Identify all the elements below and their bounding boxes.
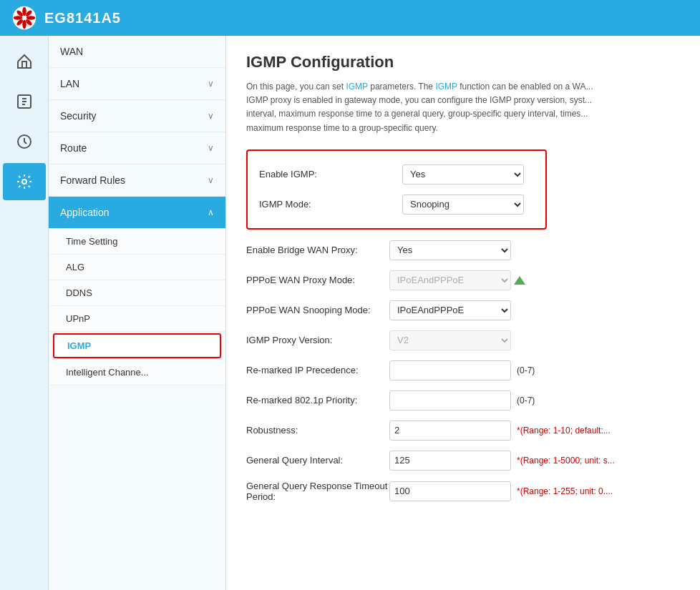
igmp-link: IGMP bbox=[346, 82, 367, 92]
form-row-enable-igmp: Enable IGMP: Yes No bbox=[259, 159, 534, 190]
nav-sub-item-igmp[interactable]: IGMP bbox=[53, 333, 221, 358]
icon-sidebar bbox=[0, 36, 49, 590]
svg-point-11 bbox=[22, 180, 26, 184]
igmp-link2: IGMP bbox=[435, 82, 457, 92]
form-row-802-priority: Re-marked 802.1p Priority: (0-7) bbox=[246, 385, 680, 416]
igmp-mode-select[interactable]: Snooping Proxy bbox=[402, 195, 524, 215]
cursor-icon bbox=[514, 276, 525, 285]
pppoe-snooping-label: PPPoE WAN Snooping Mode: bbox=[246, 305, 389, 315]
page-description: On this page, you can set IGMP parameter… bbox=[246, 80, 647, 135]
802-priority-label: Re-marked 802.1p Priority: bbox=[246, 395, 389, 405]
enable-igmp-select[interactable]: Yes No bbox=[402, 164, 524, 185]
general-query-interval-hint: *(Range: 1-5000; unit: s... bbox=[517, 456, 615, 466]
form-row-igmp-mode: IGMP Mode: Snooping Proxy bbox=[259, 190, 534, 220]
general-query-interval-input[interactable] bbox=[389, 451, 511, 471]
form-row-robustness: Robustness: *(Range: 1-10; default:... bbox=[246, 416, 680, 446]
nav-item-wan[interactable]: WAN bbox=[49, 36, 225, 68]
form-row-pppoe-snooping: PPPoE WAN Snooping Mode: IPoEAndPPPoE IP… bbox=[246, 295, 680, 325]
svg-point-2 bbox=[22, 20, 26, 29]
header: EG8141A5 bbox=[0, 0, 700, 36]
robustness-label: Robustness: bbox=[246, 425, 389, 436]
general-query-timeout-input[interactable] bbox=[389, 481, 511, 501]
chevron-up-icon: ∧ bbox=[208, 207, 214, 217]
general-query-interval-label: General Query Interval: bbox=[246, 455, 389, 466]
general-query-timeout-hint: *(Range: 1-255; unit: 0.... bbox=[517, 486, 613, 496]
chevron-down-icon: ∨ bbox=[208, 111, 214, 121]
nav-sidebar: WAN LAN ∨ Security ∨ Route ∨ Forward Rul… bbox=[49, 36, 226, 590]
page-title: IGMP Configuration bbox=[246, 53, 680, 72]
form-row-ip-precedence: Re-marked IP Precedence: (0-7) bbox=[246, 355, 680, 385]
app-title: EG8141A5 bbox=[44, 10, 121, 26]
form-row-pppoe-proxy: PPPoE WAN Proxy Mode: IPoEAndPPPoE IPoE … bbox=[246, 265, 680, 295]
main-content: IGMP Configuration On this page, you can… bbox=[226, 36, 700, 590]
ip-precedence-input[interactable] bbox=[389, 360, 511, 380]
ip-precedence-hint: (0-7) bbox=[517, 365, 535, 375]
nav-item-route[interactable]: Route ∨ bbox=[49, 132, 225, 164]
802-priority-hint: (0-7) bbox=[517, 395, 535, 405]
sidebar-icon-status[interactable] bbox=[3, 83, 46, 120]
chevron-down-icon: ∨ bbox=[208, 143, 214, 153]
igmp-proxy-version-select[interactable]: V2 V3 bbox=[389, 330, 511, 350]
form-row-igmp-proxy-version: IGMP Proxy Version: V2 V3 bbox=[246, 325, 680, 355]
form-row-general-query-timeout: General Query Response Timeout Period: *… bbox=[246, 476, 680, 507]
pppoe-snooping-select[interactable]: IPoEAndPPPoE IPoE PPPoE bbox=[389, 300, 511, 320]
802-priority-input[interactable] bbox=[389, 390, 511, 410]
chevron-down-icon: ∨ bbox=[208, 79, 214, 89]
igmp-mode-label: IGMP Mode: bbox=[259, 199, 402, 210]
form-row-bridge-wan: Enable Bridge WAN Proxy: Yes No bbox=[246, 235, 680, 265]
svg-point-3 bbox=[14, 16, 23, 19]
igmp-config-box: Enable IGMP: Yes No IGMP Mode: Snooping … bbox=[246, 149, 547, 230]
chevron-down-icon: ∨ bbox=[208, 175, 214, 185]
form-row-general-query-interval: General Query Interval: *(Range: 1-5000;… bbox=[246, 446, 680, 476]
enable-igmp-label: Enable IGMP: bbox=[259, 169, 402, 180]
nav-sub-item-time-setting[interactable]: Time Setting bbox=[49, 229, 225, 255]
pppoe-proxy-label: PPPoE WAN Proxy Mode: bbox=[246, 275, 389, 285]
general-query-timeout-label: General Query Response Timeout Period: bbox=[246, 481, 389, 502]
nav-sub-item-alg[interactable]: ALG bbox=[49, 255, 225, 280]
svg-point-4 bbox=[26, 16, 36, 19]
ip-precedence-label: Re-marked IP Precedence: bbox=[246, 365, 389, 375]
nav-sub-item-intelligent-channel[interactable]: Intelligent Channe... bbox=[49, 360, 225, 385]
nav-sub-item-upnp[interactable]: UPnP bbox=[49, 306, 225, 332]
svg-point-1 bbox=[22, 7, 26, 16]
sidebar-icon-clock[interactable] bbox=[3, 123, 46, 160]
huawei-logo-icon bbox=[11, 5, 37, 31]
robustness-input[interactable] bbox=[389, 421, 511, 441]
igmp-proxy-version-label: IGMP Proxy Version: bbox=[246, 335, 389, 345]
sidebar-icon-home[interactable] bbox=[3, 43, 46, 80]
robustness-hint: *(Range: 1-10; default:... bbox=[517, 426, 611, 436]
sidebar-icon-gear[interactable] bbox=[3, 163, 46, 200]
nav-item-lan[interactable]: LAN ∨ bbox=[49, 68, 225, 100]
bridge-wan-label: Enable Bridge WAN Proxy: bbox=[246, 245, 389, 255]
nav-item-forward-rules[interactable]: Forward Rules ∨ bbox=[49, 164, 225, 197]
nav-sub-item-ddns[interactable]: DDNS bbox=[49, 280, 225, 306]
nav-item-security[interactable]: Security ∨ bbox=[49, 100, 225, 132]
nav-item-application[interactable]: Application ∧ bbox=[49, 197, 225, 229]
bridge-wan-select[interactable]: Yes No bbox=[389, 240, 511, 260]
pppoe-proxy-select[interactable]: IPoEAndPPPoE IPoE PPPoE bbox=[389, 270, 511, 290]
